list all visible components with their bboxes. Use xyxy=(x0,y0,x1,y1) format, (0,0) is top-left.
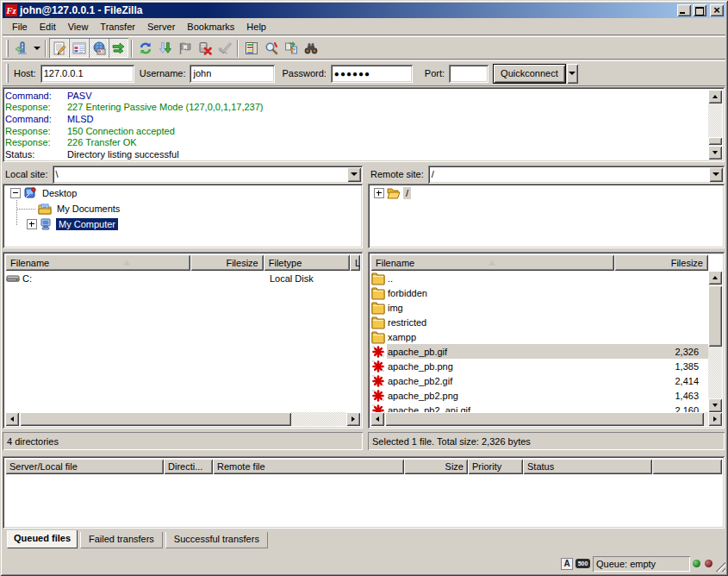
local-list-hscrollbar[interactable] xyxy=(5,412,360,426)
quickconnect-dropdown[interactable] xyxy=(567,64,578,84)
speed-limits-icon[interactable]: 500 xyxy=(576,559,590,568)
file-row[interactable]: apache_pb2.gif 2,414 xyxy=(370,373,708,388)
remote-file-list: Filename Filesize .. forbidden img xyxy=(368,252,725,429)
cancel-button[interactable] xyxy=(175,38,195,58)
scroll-left-button[interactable] xyxy=(370,412,384,426)
column-header-filesize[interactable]: Filesize xyxy=(190,254,263,271)
file-row[interactable]: forbidden xyxy=(370,285,708,300)
scroll-up-button[interactable] xyxy=(708,271,722,285)
file-row-selected[interactable]: apache_pb.gif 2,326 xyxy=(370,344,708,359)
column-header-size[interactable]: Size xyxy=(404,459,468,474)
filter-button[interactable] xyxy=(241,38,261,58)
quickconnect-grip[interactable] xyxy=(6,64,9,83)
column-header-priority[interactable]: Priority xyxy=(468,459,523,474)
resize-grip[interactable] xyxy=(714,560,725,572)
toolbar-grip[interactable] xyxy=(6,40,9,57)
reconnect-button[interactable] xyxy=(215,38,234,58)
log-scroll-down-button[interactable] xyxy=(708,146,722,160)
scroll-down-button[interactable] xyxy=(708,398,722,412)
remote-list-vscrollbar[interactable] xyxy=(708,271,722,412)
file-row[interactable]: .. xyxy=(370,271,708,285)
minimize-button[interactable] xyxy=(677,4,691,16)
local-site-combo-button[interactable] xyxy=(347,167,361,182)
menu-help[interactable]: Help xyxy=(240,20,272,34)
file-row[interactable]: apache_pb2_ani.gif 2,160 xyxy=(370,403,708,412)
hscroll-thumb[interactable] xyxy=(385,412,704,426)
menu-file[interactable]: File xyxy=(6,20,34,34)
log-scroll-up-button[interactable] xyxy=(708,90,722,103)
tree-item-label[interactable]: Desktop xyxy=(40,187,79,199)
disconnect-button[interactable] xyxy=(195,38,215,58)
file-row[interactable]: apache_pb.png 1,385 xyxy=(370,359,708,373)
menu-server[interactable]: Server xyxy=(141,20,181,34)
tree-item-desktop[interactable]: Desktop xyxy=(5,185,360,201)
column-header-server-local-file[interactable]: Server/Local file xyxy=(5,459,164,474)
close-button[interactable] xyxy=(710,4,724,16)
column-header-direction[interactable]: Directi... xyxy=(164,459,213,474)
log-vscrollbar[interactable] xyxy=(708,90,722,160)
sort-ascending-icon xyxy=(123,260,130,266)
quickconnect-button[interactable]: Quickconnect xyxy=(493,64,566,84)
collapse-expander-icon[interactable] xyxy=(10,188,21,198)
tree-item-label[interactable]: My Documents xyxy=(54,203,122,215)
vscroll-thumb[interactable] xyxy=(708,285,722,347)
menu-transfer[interactable]: Transfer xyxy=(94,20,141,34)
file-row-c-drive[interactable]: C: Local Disk xyxy=(5,271,360,285)
process-queue-button[interactable] xyxy=(155,38,175,58)
column-header-filesize[interactable]: Filesize xyxy=(614,254,708,271)
tab-queued-files[interactable]: Queued files xyxy=(7,530,78,548)
menu-edit[interactable]: Edit xyxy=(34,20,62,34)
column-header-remote-file[interactable]: Remote file xyxy=(213,459,404,474)
column-header-status[interactable]: Status xyxy=(523,459,652,474)
toggle-message-log-button[interactable] xyxy=(49,38,69,58)
menu-bookmarks[interactable]: Bookmarks xyxy=(181,20,240,34)
remote-site-combo-button[interactable] xyxy=(709,167,723,182)
username-input[interactable]: john xyxy=(190,65,275,83)
hscroll-thumb[interactable] xyxy=(20,412,291,426)
toggle-remote-tree-button[interactable] xyxy=(89,38,109,58)
column-header-last-modified[interactable]: L xyxy=(350,254,360,271)
column-header-filename[interactable]: Filename xyxy=(5,254,190,271)
scroll-right-button[interactable] xyxy=(346,412,360,426)
file-size: 1,463 xyxy=(675,391,708,401)
tree-item-label[interactable]: My Computer xyxy=(56,218,118,230)
toggle-queue-button[interactable] xyxy=(109,38,128,58)
tree-item-my-documents[interactable]: My Documents xyxy=(5,201,360,216)
maximize-button[interactable] xyxy=(693,4,706,16)
tree-item-label[interactable]: / xyxy=(403,187,411,199)
transfer-type-icon[interactable]: A xyxy=(561,558,573,570)
column-header-filename[interactable]: Filename xyxy=(370,254,614,271)
remote-site-combo[interactable]: / xyxy=(428,166,725,184)
remote-list-hscrollbar[interactable] xyxy=(370,412,722,426)
site-manager-dropdown[interactable] xyxy=(31,38,42,58)
toggle-local-tree-button[interactable] xyxy=(69,38,89,58)
synchronized-browsing-button[interactable] xyxy=(301,38,320,58)
column-header-filetype[interactable]: Filetype xyxy=(264,254,350,271)
file-search-button[interactable] xyxy=(261,38,281,58)
site-manager-button[interactable] xyxy=(11,38,31,58)
dropdown-arrow-icon xyxy=(569,72,576,75)
sort-ascending-icon xyxy=(488,260,495,266)
column-header-empty[interactable] xyxy=(652,459,722,474)
file-row[interactable]: xampp xyxy=(370,329,708,344)
password-input[interactable]: ●●●●●● xyxy=(331,65,413,83)
expand-expander-icon[interactable] xyxy=(374,188,384,198)
refresh-button[interactable] xyxy=(135,38,155,58)
image-file-icon xyxy=(371,404,385,413)
local-site-combo[interactable]: \ xyxy=(53,166,363,184)
tab-failed-transfers[interactable]: Failed transfers xyxy=(80,532,163,548)
vscroll-thumb[interactable] xyxy=(708,137,722,145)
file-row[interactable]: restricted xyxy=(370,315,708,329)
menu-view[interactable]: View xyxy=(62,20,95,34)
tree-item-root[interactable]: / xyxy=(370,185,722,201)
file-row[interactable]: apache_pb2.png 1,463 xyxy=(370,388,708,403)
scroll-left-button[interactable] xyxy=(5,412,19,426)
scroll-right-button[interactable] xyxy=(708,412,722,426)
compare-directories-button[interactable] xyxy=(281,38,301,58)
tree-item-my-computer[interactable]: My Computer xyxy=(5,216,360,232)
tab-successful-transfers[interactable]: Successful transfers xyxy=(165,532,268,548)
port-input[interactable] xyxy=(449,65,488,83)
host-input[interactable]: 127.0.0.1 xyxy=(40,65,134,83)
file-row[interactable]: img xyxy=(370,300,708,315)
expand-expander-icon[interactable] xyxy=(27,219,37,229)
